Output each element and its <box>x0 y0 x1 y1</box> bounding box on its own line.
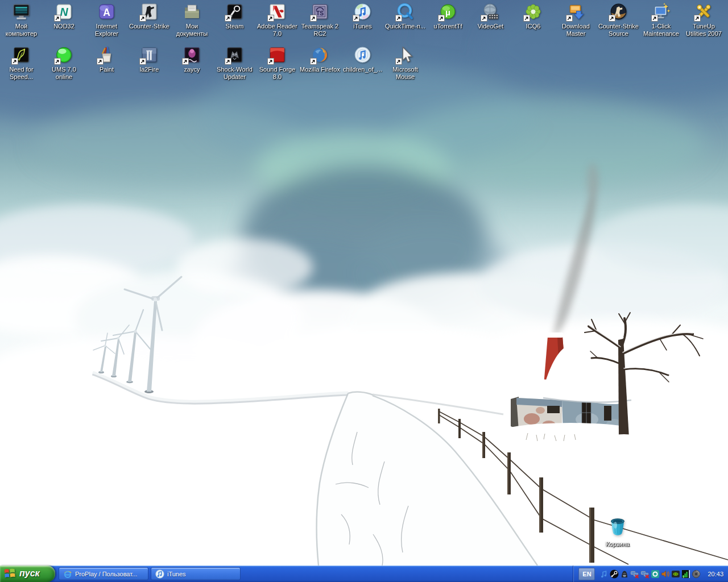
recycle-bin-icon <box>608 516 627 539</box>
desktop-icon-shock-world-updater[interactable]: Shock-World Updater <box>213 45 256 81</box>
shortcut-arrow-icon <box>139 15 146 22</box>
shortcut-arrow-icon <box>225 58 231 65</box>
shortcut-arrow-icon <box>182 58 189 65</box>
itunes-icon <box>155 569 164 579</box>
shortcut-arrow-icon <box>609 15 615 22</box>
icq6-icon <box>524 2 543 21</box>
shortcut-arrow-icon <box>438 15 445 22</box>
desktop-icon-label: Steam <box>226 23 244 30</box>
desktop-icon-icq6[interactable]: ICQ6 <box>512 2 555 30</box>
desktop[interactable]: Мой компьютерNNOD32AInternet ExplorerCou… <box>0 0 728 582</box>
children-of-icon <box>353 45 372 64</box>
desktop-icon-label: TuneUp Utilities 2007 <box>682 23 725 38</box>
paint-icon <box>97 45 116 64</box>
desktop-icon-itunes[interactable]: iTunes <box>341 2 384 30</box>
task-buttons: ProPlay / Пользоват...iTunes <box>59 567 241 580</box>
desktop-icon-label: uTorrentTf <box>433 23 462 30</box>
start-button-label: пуск <box>19 568 40 579</box>
microsoft-mouse-icon <box>396 45 415 64</box>
nvidia-tray-icon[interactable] <box>671 569 680 579</box>
ums-online-icon <box>55 45 73 64</box>
desktop-icon-label: Paint <box>100 66 114 73</box>
shortcut-arrow-icon <box>267 15 274 22</box>
shortcut-arrow-icon <box>310 15 317 22</box>
quicktime-icon <box>396 2 415 21</box>
task-itunes[interactable]: iTunes <box>151 567 241 580</box>
desktop-icon-paint[interactable]: Paint <box>85 45 128 73</box>
need-for-speed-icon <box>12 45 31 64</box>
recycle-bin[interactable]: Корзина <box>596 516 639 548</box>
shock-world-updater-icon <box>225 45 244 64</box>
recycle-bin-label: Корзина <box>606 541 630 548</box>
svg-text:N: N <box>60 6 68 18</box>
desktop-icon-cs-source[interactable]: Counter-Strike Source <box>597 2 640 38</box>
desktop-icon-need-for-speed[interactable]: Need for Speed... <box>0 45 43 81</box>
desktop-icon-label: UMS 7.0 online <box>43 66 85 81</box>
teal-ring-app-tray-icon[interactable] <box>651 569 660 579</box>
hooded-figure-tray-icon[interactable] <box>620 569 629 579</box>
desktop-icon-quicktime[interactable]: QuickTime-п... <box>384 2 427 30</box>
desktop-icon-label: NOD32 <box>53 23 75 30</box>
gray-dial-tray-icon[interactable] <box>692 569 701 579</box>
shortcut-arrow-icon <box>395 58 402 65</box>
desktop-icon-ums-online[interactable]: UMS 7.0 online <box>43 45 85 81</box>
adobe-reader-icon <box>268 2 287 21</box>
download-master-icon <box>566 2 585 21</box>
desktop-icon-my-documents[interactable]: Мои документы <box>171 2 213 38</box>
desktop-icon-counter-strike[interactable]: Counter-Strike <box>128 2 171 30</box>
cs-source-icon <box>609 2 628 21</box>
svg-text:TS: TS <box>316 10 324 16</box>
internet-explorer-icon <box>63 569 72 579</box>
desktop-icon-label: la2Fire <box>140 66 159 73</box>
volume-tray-icon[interactable] <box>661 569 670 579</box>
my-computer-icon <box>12 2 31 21</box>
start-button[interactable]: пуск <box>0 566 55 582</box>
desktop-icon-one-click-maintenance[interactable]: 1-Click Maintenance <box>640 2 682 38</box>
shortcut-arrow-icon <box>353 15 359 22</box>
shortcut-arrow-icon <box>395 15 402 22</box>
desktop-icon-videoget[interactable]: VideoGet <box>469 2 512 30</box>
desktop-icon-adobe-reader[interactable]: Adobe Reader 7.0 <box>256 2 299 38</box>
desktop-icon-label: Need for Speed... <box>0 66 43 81</box>
desktop-icon-zaycy[interactable]: zaycy <box>171 45 213 73</box>
language-indicator[interactable]: EN <box>578 568 595 580</box>
desktop-icon-nod32[interactable]: NNOD32 <box>43 2 85 30</box>
svg-text:A: A <box>103 7 110 18</box>
shortcut-arrow-icon <box>566 15 573 22</box>
desktop-icon-my-computer[interactable]: Мой компьютер <box>0 2 43 38</box>
desktop-icon-mozilla-firefox[interactable]: Mozilla Firefox <box>299 45 341 73</box>
network-disconnected-icon[interactable] <box>630 569 639 579</box>
desktop-icon-sound-forge[interactable]: Sound Forge 8.0 <box>256 45 299 81</box>
taskbar: пуск ProPlay / Пользоват...iTunes EN 9 2… <box>0 566 728 582</box>
task-proplay[interactable]: ProPlay / Пользоват... <box>59 567 148 580</box>
shortcut-arrow-icon <box>651 15 658 22</box>
taskbar-clock[interactable]: 20:43 <box>708 571 723 577</box>
desktop-icon-utorrent[interactable]: µuTorrentTf <box>427 2 469 30</box>
desktop-icon-microsoft-mouse[interactable]: Microsoft Mouse <box>384 45 427 81</box>
steam-icon <box>225 2 244 21</box>
steam-tray-icon[interactable] <box>610 569 619 579</box>
desktop-icon-la2fire[interactable]: la2Fire <box>128 45 171 73</box>
desktop-icon-children-of[interactable]: children_of_... <box>341 45 384 73</box>
desktop-icon-tuneup[interactable]: TuneUp Utilities 2007 <box>682 2 725 38</box>
network-disconnected-2-icon[interactable] <box>640 569 650 579</box>
desktop-icon-label: Мой компьютер <box>0 23 43 38</box>
desktop-icon-label: Мои документы <box>171 23 213 38</box>
utorrent-icon: µ <box>439 2 457 21</box>
network-meter-tray-icon[interactable]: 9 <box>681 569 690 579</box>
nod32-icon: N <box>55 2 73 21</box>
desktop-icon-label: Counter-Strike <box>129 23 169 30</box>
shortcut-arrow-icon <box>481 15 487 22</box>
svg-text:µ: µ <box>445 7 450 17</box>
shortcut-arrow-icon <box>11 58 18 65</box>
desktop-icon-internet-explorer[interactable]: AInternet Explorer <box>85 2 128 38</box>
desktop-icon-grid: Мой компьютерNNOD32AInternet ExplorerCou… <box>0 0 728 566</box>
task-button-label: ProPlay / Пользоват... <box>75 571 137 577</box>
desktop-icon-download-master[interactable]: Download Master <box>555 2 597 38</box>
desktop-icon-teamspeak[interactable]: TSTeamspeak 2 RC2 <box>299 2 341 38</box>
shortcut-arrow-icon <box>310 58 317 65</box>
itunes-tray-icon[interactable] <box>599 569 609 579</box>
shortcut-arrow-icon <box>523 15 530 22</box>
desktop-icon-steam[interactable]: Steam <box>213 2 256 30</box>
shortcut-arrow-icon <box>54 58 61 65</box>
